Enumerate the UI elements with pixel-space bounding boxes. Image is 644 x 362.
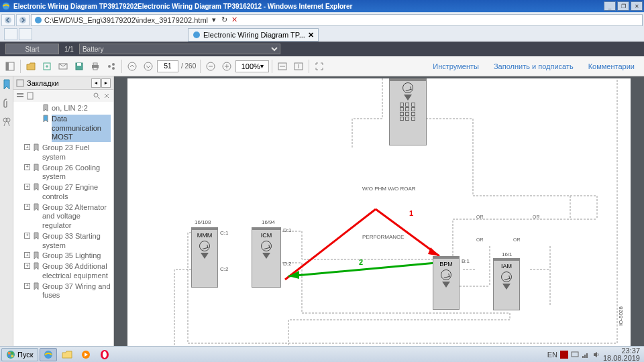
fit-page-button[interactable] — [291, 59, 306, 74]
tree-item[interactable]: +Group 26 Cooling system — [15, 163, 112, 183]
bookmark-panel-icon[interactable] — [1, 79, 12, 90]
folder-task-icon — [62, 350, 72, 359]
bm-options-icon[interactable] — [16, 92, 24, 100]
component-bpm: BPM — [433, 256, 460, 310]
tab-strip: Electronic Wiring Diagram TP... ✕ — [0, 27, 644, 42]
window-title: Electronic Wiring Diagram TP39179202Elec… — [13, 3, 604, 10]
task-media[interactable] — [77, 348, 95, 361]
page-down-button[interactable] — [141, 59, 156, 74]
tree-item[interactable]: +Group 23 Fuel system — [15, 143, 112, 163]
sidebar-toggle-button[interactable] — [3, 59, 17, 74]
zoom-in-button[interactable] — [219, 59, 234, 74]
svg-rect-12 — [93, 63, 97, 65]
sidebar-strip — [0, 76, 13, 354]
svg-rect-26 — [17, 93, 23, 95]
dropdown-icon[interactable]: ▾ — [209, 15, 219, 25]
close-button[interactable]: ✕ — [631, 1, 643, 11]
or-4: OR — [533, 215, 540, 219]
svg-point-4 — [193, 32, 200, 38]
browser-tab[interactable]: Electronic Wiring Diagram TP... ✕ — [188, 28, 319, 42]
tree-item[interactable]: +Group 33 Starting system — [15, 231, 112, 251]
zoom-level[interactable]: 100% ▾ — [235, 60, 269, 72]
fillsign-link[interactable]: Заполнить и подписать — [487, 62, 580, 70]
save-icon — [74, 62, 84, 71]
bm-search-icon[interactable] — [93, 92, 101, 100]
share-button[interactable] — [104, 59, 119, 74]
svg-rect-36 — [8, 352, 11, 355]
bm-next-button[interactable]: ► — [101, 78, 111, 88]
zoom-out-button[interactable] — [203, 59, 218, 74]
pdf-toolbar: / 260 100% ▾ Инструменты Заполнить и под… — [0, 56, 644, 76]
ie-task-icon — [43, 349, 54, 360]
tray-action-icon[interactable] — [571, 351, 579, 359]
svg-line-30 — [376, 209, 439, 256]
or-3: OR — [476, 215, 484, 219]
minimize-button[interactable]: _ — [604, 1, 616, 11]
tree-label: Data communication MOST — [52, 115, 111, 142]
tree-item[interactable]: +Group 36 Additional electrical equipmen… — [15, 261, 112, 282]
maximize-button[interactable]: ❐ — [617, 1, 629, 11]
wiring-diagram: 1 2 — [127, 78, 631, 353]
print-button[interactable] — [88, 59, 103, 74]
tree-item[interactable]: +Group 27 Engine controls — [15, 182, 112, 202]
tools-link[interactable]: Инструменты — [426, 62, 486, 70]
search-panel-icon[interactable] — [1, 117, 12, 127]
document-canvas[interactable]: 1 2 16/108 MMM C:1 C:2 16/94 — [114, 76, 644, 354]
tray-volume-icon[interactable] — [592, 351, 600, 359]
doc-start-button[interactable]: Start — [5, 44, 59, 54]
page-number-input[interactable] — [157, 60, 178, 72]
tree-label: Group 23 Fuel system — [42, 143, 111, 162]
pin-c1: C:1 — [220, 230, 228, 236]
tree-item[interactable]: +Group 32 Alternator and voltage regulat… — [15, 202, 112, 231]
email-button[interactable] — [56, 59, 70, 74]
refresh-button[interactable]: ↻ — [219, 15, 229, 25]
svg-point-35 — [7, 351, 15, 359]
attachment-panel-icon[interactable] — [1, 98, 12, 109]
bm-new-icon[interactable] — [26, 92, 34, 100]
clock[interactable]: 23:37 18.08.2019 — [603, 347, 640, 362]
ie-icon — [1, 1, 11, 11]
fullscreen-button[interactable] — [312, 59, 327, 74]
back-button[interactable] — [1, 14, 15, 26]
svg-rect-39 — [11, 355, 14, 357]
task-opera[interactable] — [96, 348, 113, 361]
folder-icon — [26, 62, 36, 70]
tree-label: on, LIN 2:2 — [52, 104, 88, 113]
ref-icm: 16/94 — [262, 219, 275, 225]
tray-flag-icon[interactable] — [560, 351, 568, 359]
forward-button[interactable] — [16, 14, 30, 26]
doc-page-label: 1/1 — [64, 46, 74, 53]
lang-indicator[interactable]: EN — [547, 351, 557, 359]
bookmarks-tree[interactable]: on, LIN 2:2Data communication MOST+Group… — [13, 102, 113, 354]
tray-network-icon[interactable] — [582, 351, 590, 359]
tree-item[interactable]: on, LIN 2:2 — [15, 103, 112, 114]
bm-prev-button[interactable]: ◄ — [91, 78, 101, 88]
doc-section-dropdown[interactable]: Battery — [79, 44, 280, 54]
or-1: OR — [476, 237, 484, 242]
task-explorer[interactable] — [58, 348, 76, 361]
tab-close-button[interactable]: ✕ — [308, 31, 314, 40]
task-ie[interactable] — [40, 348, 57, 361]
bookmark-icon — [32, 164, 40, 172]
component-mmm: MMM — [191, 227, 218, 288]
favorites-button[interactable] — [4, 28, 17, 40]
svg-point-1 — [5, 17, 11, 23]
open-button[interactable] — [23, 59, 38, 74]
svg-rect-45 — [572, 352, 578, 357]
tree-item[interactable]: +Group 37 Wiring and fuses — [15, 282, 112, 302]
stop-button[interactable]: ✕ — [229, 15, 239, 25]
addtab-button[interactable] — [19, 28, 32, 40]
export-button[interactable] — [40, 59, 54, 74]
tree-item[interactable]: +Group 35 Lighting — [15, 251, 112, 261]
svg-point-15 — [112, 63, 115, 66]
start-button[interactable]: Пуск — [1, 348, 38, 361]
system-tray: EN 23:37 18.08.2019 — [545, 347, 643, 362]
comments-link[interactable]: Комментарии — [582, 62, 641, 70]
fit-width-button[interactable] — [275, 59, 290, 74]
save-button[interactable] — [72, 59, 87, 74]
bm-delete-icon[interactable] — [103, 92, 111, 100]
address-field[interactable]: C:\EWD\US_Eng\39179202\index_39179202.ht… — [31, 14, 643, 26]
page-up-button[interactable] — [125, 59, 140, 74]
forward-icon — [19, 17, 26, 23]
tree-item[interactable]: Data communication MOST — [15, 114, 112, 143]
